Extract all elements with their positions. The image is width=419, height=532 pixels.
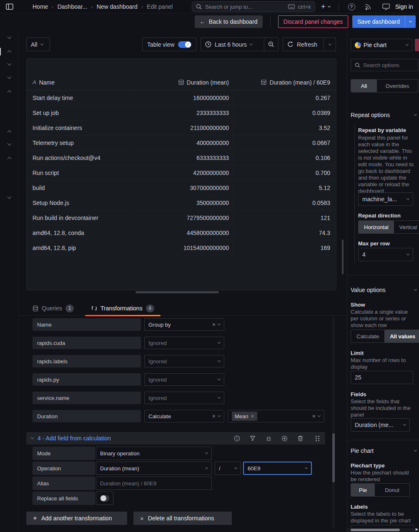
clear-icon[interactable]: × (212, 413, 216, 420)
global-search-input[interactable]: ctrl+k (192, 1, 315, 12)
transform-scrollbar-thumb[interactable] (332, 433, 335, 482)
back-to-dashboard-button[interactable]: ← Back to dashboard (195, 15, 263, 28)
show-all-values[interactable]: All values (384, 330, 419, 342)
select-value: Ignored (148, 377, 167, 383)
refresh-interval-toggle[interactable] (324, 38, 336, 51)
show-calculate[interactable]: Calculate (351, 330, 384, 342)
tab-transformations[interactable]: Transformations 4 (85, 301, 161, 316)
fields-select[interactable]: Duration (me... (351, 418, 410, 432)
groupby-select-rapids-cuda[interactable]: Ignored (144, 337, 224, 349)
button-label: Delete all transformations (148, 515, 214, 522)
direction-horizontal[interactable]: Horizontal (359, 221, 394, 233)
chevron-up-icon[interactable] (8, 90, 12, 95)
chevron-down-icon[interactable] (8, 35, 12, 39)
clear-icon[interactable]: × (312, 413, 316, 420)
groupby-select-rapids-py[interactable]: Ignored (144, 373, 224, 386)
sign-in-link[interactable]: Sign in (395, 0, 413, 13)
column-header-name[interactable]: A Name (27, 75, 131, 90)
chevron-up-icon[interactable] (8, 130, 12, 135)
refresh-button[interactable]: Refresh (283, 38, 324, 51)
limit-input[interactable] (351, 371, 413, 384)
save-options-toggle[interactable] (405, 15, 416, 28)
type-donut[interactable]: Donut (375, 484, 409, 496)
options-search-input[interactable] (351, 59, 418, 71)
chevron-down-icon[interactable] (8, 195, 12, 199)
groupby-select-duration[interactable]: Calculate × (144, 410, 224, 422)
max-per-row-select[interactable]: 4 (358, 248, 413, 261)
max-per-row-label: Max per row (358, 240, 390, 247)
clear-icon[interactable]: × (212, 321, 216, 328)
table-row: Run actions/checkout@v463333333330.106 (27, 150, 336, 165)
zoom-out-time-button[interactable] (264, 38, 278, 51)
discard-panel-changes-button[interactable]: Discard panel changes (278, 15, 348, 28)
chevron-down-icon (327, 5, 330, 7)
transformation-4-header[interactable]: 4 - Add field from calculation (26, 432, 325, 445)
breadcrumb-home[interactable]: Home (33, 3, 48, 10)
limit-field[interactable] (355, 374, 409, 381)
new-menu-button[interactable]: + (321, 0, 330, 13)
help-button[interactable]: ? (347, 0, 356, 13)
mode-select[interactable]: Binary operation (96, 447, 212, 460)
scroll-right-arrow-icon[interactable]: ▶ (416, 527, 418, 531)
operation-left-select[interactable]: Duration (mean) (96, 462, 212, 475)
chevron-down-icon[interactable] (8, 142, 12, 146)
visualization-picker[interactable]: Pie chart (351, 39, 412, 51)
clipped-red-button[interactable] (415, 39, 419, 51)
drag-handle-icon[interactable] (314, 435, 320, 442)
sidebar-toggle-button[interactable] (6, 2, 15, 11)
groupby-select-service-name[interactable]: Ignored (144, 392, 224, 404)
alias-field[interactable] (100, 480, 208, 487)
eye-icon[interactable] (281, 435, 288, 442)
tab-all[interactable]: All (351, 80, 377, 92)
panel-options-pane: Pie chart All Overrides Repeat options R… (347, 30, 419, 532)
remove-chip-icon[interactable]: × (251, 413, 254, 420)
delete-all-transformations-button[interactable]: × Delete all transformations (133, 512, 232, 525)
groupby-select-rapids-labels[interactable]: Ignored (144, 355, 224, 367)
repeat-options-header[interactable]: Repeat options (351, 112, 416, 118)
direction-vertical[interactable]: Vertical (394, 221, 419, 233)
tab-overrides[interactable]: Overrides (377, 80, 418, 92)
column-header-duration-ratio[interactable]: Duration (mean) / 60E9 (232, 75, 336, 90)
info-icon[interactable] (233, 435, 240, 442)
filter-icon[interactable] (249, 435, 256, 442)
cell-name: Run script (27, 165, 131, 180)
time-range-picker[interactable]: Last 6 hours (201, 38, 264, 51)
vertical-scrollbar-thumb[interactable] (342, 240, 344, 275)
save-dashboard-button[interactable]: Save dashboard (352, 15, 416, 28)
column-header-duration-mean[interactable]: Duration (mean) (131, 75, 232, 90)
search-field[interactable] (205, 4, 285, 10)
operation-right-select[interactable]: 60E9 (243, 462, 312, 475)
groupby-select-name[interactable]: Group by × (144, 318, 224, 331)
options-hscrollbar-thumb[interactable] (351, 529, 400, 531)
add-transformation-button[interactable]: + Add another transformation (26, 512, 127, 525)
breadcrumb-new-dashboard[interactable]: New dashboard (97, 3, 138, 10)
operator-select[interactable]: / (215, 462, 241, 475)
table-view-toggle[interactable]: ✓ (178, 41, 191, 48)
news-button[interactable] (364, 0, 373, 13)
table-row: amd64, 12.8, conda445800000000074.3 (27, 225, 336, 240)
breadcrumb-dashboards[interactable]: Dashboar... (58, 3, 88, 10)
pie-chart-section-header[interactable]: Pie chart (351, 447, 416, 454)
chevron-down-icon[interactable] (8, 62, 12, 66)
trash-icon[interactable] (297, 435, 304, 442)
chevron-down-icon[interactable] (8, 75, 12, 79)
cell-duration: 10154000000000 (131, 240, 232, 255)
discard-label: Discard panel changes (284, 18, 343, 25)
horizontal-scrollbar-thumb[interactable] (135, 291, 219, 293)
chevron-down-icon (403, 423, 406, 426)
alias-input[interactable] (96, 477, 212, 490)
button-label: Add another transformation (41, 515, 112, 522)
debug-icon[interactable] (265, 435, 272, 442)
variable-all-dropdown[interactable]: All (26, 37, 50, 51)
value-options-header[interactable]: Value options (351, 287, 416, 293)
tv-mode-button[interactable] (381, 0, 391, 13)
options-search-field[interactable] (363, 62, 414, 68)
tab-queries[interactable]: Queries 1 (26, 301, 80, 316)
chevron-up-icon[interactable] (8, 50, 12, 55)
chevron-down-icon (218, 322, 221, 325)
repeat-variable-select[interactable]: machine_la... (358, 192, 413, 206)
replace-all-fields-toggle[interactable] (100, 495, 109, 502)
type-pie[interactable]: Pie (351, 484, 375, 496)
chevron-up-icon[interactable] (8, 157, 12, 161)
aggregation-multiselect[interactable]: Mean × × (228, 410, 324, 422)
